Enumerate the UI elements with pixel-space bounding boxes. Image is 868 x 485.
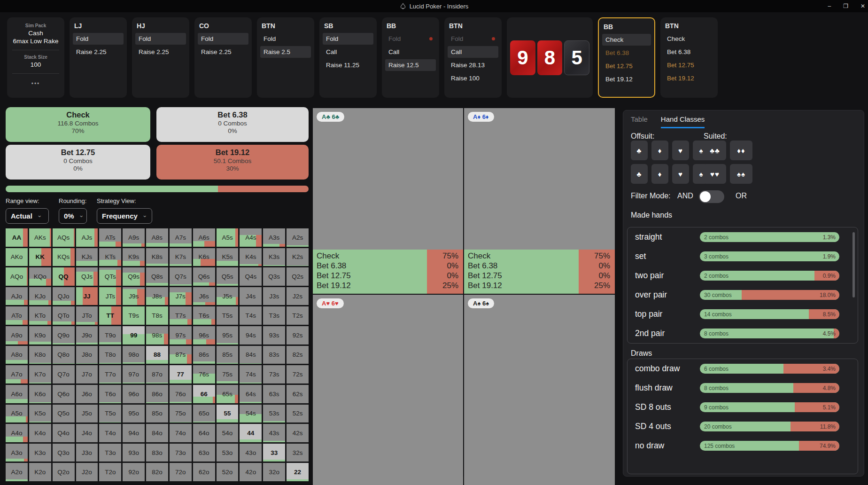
- action-option[interactable]: Raise 11.25: [323, 59, 373, 71]
- matrix-cell-JTo[interactable]: JTo: [76, 306, 98, 325]
- matrix-cell-KQs[interactable]: KQs: [53, 248, 75, 266]
- action-option[interactable]: Raise 2.5: [260, 46, 311, 58]
- matrix-cell-43s[interactable]: 43s: [263, 424, 285, 442]
- matrix-cell-A9s[interactable]: A9s: [123, 228, 145, 247]
- matrix-cell-76o[interactable]: 76o: [170, 385, 192, 403]
- matrix-cell-94s[interactable]: 94s: [240, 326, 262, 344]
- matrix-cell-54o[interactable]: 54o: [217, 424, 239, 442]
- action-option[interactable]: Call: [385, 46, 436, 58]
- board-card-9[interactable]: 9: [510, 40, 535, 75]
- matrix-cell-72s[interactable]: 72s: [287, 365, 309, 383]
- minimize-button[interactable]: –: [828, 3, 831, 9]
- matrix-cell-44[interactable]: 44: [240, 424, 262, 442]
- matrix-cell-A6o[interactable]: A6o: [6, 385, 28, 403]
- matrix-cell-T9s[interactable]: T9s: [123, 306, 145, 325]
- action-option[interactable]: Bet 12.75: [664, 59, 714, 71]
- offsuit-filter-button[interactable]: ♣: [631, 164, 648, 184]
- suited-filter-button[interactable]: ♠♠: [730, 164, 752, 184]
- matrix-cell-K8s[interactable]: K8s: [146, 248, 168, 266]
- matrix-cell-K3s[interactable]: K3s: [263, 248, 285, 266]
- matrix-cell-A3o[interactable]: A3o: [6, 444, 28, 462]
- matrix-cell-42o[interactable]: 42o: [240, 463, 262, 481]
- matrix-cell-T3o[interactable]: T3o: [99, 444, 121, 462]
- matrix-cell-J8o[interactable]: J8o: [76, 346, 98, 364]
- matrix-cell-93o[interactable]: 93o: [123, 444, 145, 462]
- matrix-cell-J7o[interactable]: J7o: [76, 365, 98, 383]
- hand-class-row-flush-draw[interactable]: flush draw8 combos4.8%: [628, 378, 858, 398]
- matrix-cell-53o[interactable]: 53o: [217, 444, 239, 462]
- combo-quadrant-clubs[interactable]: A♣ 6♣Check75%Bet 6.380%Bet 12.750%Bet 19…: [313, 108, 463, 294]
- matrix-cell-T4o[interactable]: T4o: [99, 424, 121, 442]
- matrix-cell-KJo[interactable]: KJo: [29, 287, 51, 305]
- action-option[interactable]: Check: [602, 34, 651, 46]
- matrix-cell-54s[interactable]: 54s: [240, 405, 262, 423]
- matrix-cell-63s[interactable]: 63s: [263, 385, 285, 403]
- matrix-cell-K6o[interactable]: K6o: [29, 385, 51, 403]
- matrix-cell-AA[interactable]: AA: [6, 228, 28, 247]
- matrix-cell-A2o[interactable]: A2o: [6, 463, 28, 481]
- matrix-cell-KTo[interactable]: KTo: [29, 306, 51, 325]
- matrix-cell-J4o[interactable]: J4o: [76, 424, 98, 442]
- matrix-cell-72o[interactable]: 72o: [170, 463, 192, 481]
- matrix-cell-Q7o[interactable]: Q7o: [53, 365, 75, 383]
- action-option[interactable]: Bet 19.12: [602, 73, 651, 85]
- matrix-cell-K4s[interactable]: K4s: [240, 248, 262, 266]
- matrix-cell-55[interactable]: 55: [217, 405, 239, 423]
- matrix-cell-Q4o[interactable]: Q4o: [53, 424, 75, 442]
- matrix-cell-64s[interactable]: 64s: [240, 385, 262, 403]
- matrix-cell-86o[interactable]: 86o: [146, 385, 168, 403]
- summary-box-bet-12-75[interactable]: Bet 12.750 Combos0%: [6, 145, 150, 180]
- range-view-dropdown[interactable]: Actual ⌄: [6, 208, 49, 224]
- action-option[interactable]: Bet 12.75: [602, 60, 651, 72]
- matrix-cell-93s[interactable]: 93s: [263, 326, 285, 344]
- action-option[interactable]: Raise 100: [448, 72, 498, 84]
- matrix-cell-84o[interactable]: 84o: [146, 424, 168, 442]
- action-option[interactable]: Raise 12.5: [385, 59, 436, 71]
- action-option[interactable]: Raise 2.25: [198, 46, 248, 58]
- matrix-cell-94o[interactable]: 94o: [123, 424, 145, 442]
- offsuit-filter-button[interactable]: ♥: [672, 141, 689, 160]
- matrix-cell-A7o[interactable]: A7o: [6, 365, 28, 383]
- action-option[interactable]: Fold: [323, 33, 373, 45]
- hand-class-row-straight[interactable]: straight2 combos1.3%: [628, 227, 858, 247]
- combo-quadrant-spades[interactable]: A♠ 6♠Check64%Bet 6.380%Bet 12.750%Bet 19…: [464, 295, 615, 485]
- matrix-cell-96s[interactable]: 96s: [193, 326, 215, 344]
- rounding-dropdown[interactable]: 0% ⌄: [59, 208, 87, 224]
- matrix-cell-J2s[interactable]: J2s: [287, 287, 309, 305]
- action-option[interactable]: Fold: [260, 33, 311, 45]
- matrix-cell-QJo[interactable]: QJo: [53, 287, 75, 305]
- matrix-cell-A8o[interactable]: A8o: [6, 346, 28, 364]
- matrix-cell-33[interactable]: 33: [263, 444, 285, 462]
- action-option[interactable]: Fold: [135, 33, 186, 45]
- summary-box-bet-19-12[interactable]: Bet 19.1250.1 Combos30%: [156, 145, 309, 180]
- matrix-cell-A2s[interactable]: A2s: [287, 228, 309, 247]
- matrix-cell-T6o[interactable]: T6o: [99, 385, 121, 403]
- matrix-cell-T3s[interactable]: T3s: [263, 306, 285, 325]
- matrix-cell-73s[interactable]: 73s: [263, 365, 285, 383]
- matrix-cell-84s[interactable]: 84s: [240, 346, 262, 364]
- matrix-cell-QJs[interactable]: QJs: [76, 267, 98, 286]
- matrix-cell-Q7s[interactable]: Q7s: [170, 267, 192, 286]
- matrix-cell-T8s[interactable]: T8s: [146, 306, 168, 325]
- matrix-cell-JJ[interactable]: JJ: [76, 287, 98, 305]
- hand-class-row-2nd-pair[interactable]: 2nd pair8 combos4.5%: [628, 324, 858, 343]
- matrix-cell-85o[interactable]: 85o: [146, 405, 168, 423]
- hand-class-row-top-pair[interactable]: top pair14 combos8.5%: [628, 305, 858, 324]
- matrix-cell-J5o[interactable]: J5o: [76, 405, 98, 423]
- combo-quadrant-hearts[interactable]: A♥ 6♥Check0%Bet 6.380%Bet 12.750%Bet 19.…: [313, 295, 463, 485]
- matrix-cell-92o[interactable]: 92o: [123, 463, 145, 481]
- matrix-cell-T9o[interactable]: T9o: [99, 326, 121, 344]
- matrix-cell-KTs[interactable]: KTs: [99, 248, 121, 266]
- close-button[interactable]: ✕: [860, 3, 865, 9]
- offsuit-filter-button[interactable]: ♦: [651, 164, 668, 184]
- hand-class-row-no-draw[interactable]: no draw125 combos74.9%: [628, 436, 858, 455]
- matrix-cell-86s[interactable]: 86s: [193, 346, 215, 364]
- matrix-cell-43o[interactable]: 43o: [240, 444, 262, 462]
- matrix-cell-T2o[interactable]: T2o: [99, 463, 121, 481]
- matrix-cell-62s[interactable]: 62s: [287, 385, 309, 403]
- matrix-cell-83o[interactable]: 83o: [146, 444, 168, 462]
- matrix-cell-95o[interactable]: 95o: [123, 405, 145, 423]
- matrix-cell-J6s[interactable]: J6s: [193, 287, 215, 305]
- matrix-cell-J6o[interactable]: J6o: [76, 385, 98, 403]
- matrix-cell-97s[interactable]: 97s: [170, 326, 192, 344]
